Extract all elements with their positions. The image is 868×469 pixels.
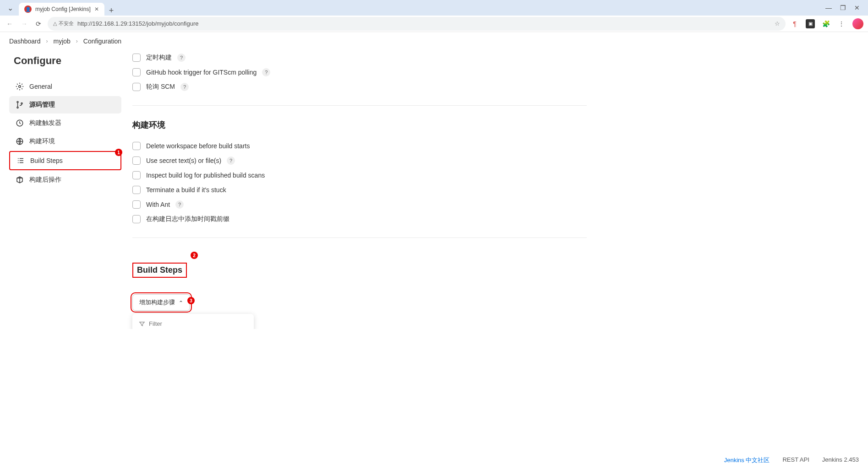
chevron-up-icon [179,299,183,306]
branch-icon [16,101,24,109]
checkbox-label: 轮询 SCM [146,83,175,91]
add-build-step-button[interactable]: 增加构建步骤 [132,294,190,311]
trigger-row: 定时构建 ? [132,50,587,65]
address-bar[interactable]: △ 不安全 http://192.168.1.29:13152/job/myjo… [48,17,786,31]
help-icon[interactable]: ? [175,200,184,209]
browser-toolbar: ← → ⟳ △ 不安全 http://192.168.1.29:13152/jo… [0,16,868,32]
svg-point-3 [21,103,22,104]
sidebar-item-triggers[interactable]: 构建触发器 [9,114,121,132]
annotation-badge-2: 2 [191,252,198,259]
sidebar-item-label: 构建触发器 [29,119,61,127]
breadcrumb-job[interactable]: myjob [54,38,71,45]
checkbox[interactable] [132,83,141,91]
sidebar-item-build-env[interactable]: 构建环境 [9,133,121,150]
button-label: 增加构建步骤 [139,298,175,307]
sidebar-item-label: 构建环境 [29,137,55,146]
checkbox[interactable] [132,142,141,150]
env-row: Use secret text(s) or file(s) ? [132,153,587,168]
env-row: Inspect build log for published build sc… [132,168,587,183]
extension-icon-1[interactable]: ¶ [790,19,799,28]
breadcrumb-config[interactable]: Configuration [83,38,121,45]
package-icon [16,176,24,184]
checkbox[interactable] [132,54,141,62]
checkbox-label: Terminate a build if it's stuck [146,186,226,194]
checkbox-label: With Ant [146,201,170,208]
sidebar: Configure General 源码管理 构建触发器 构建环境 [5,50,126,329]
checkbox[interactable] [132,156,141,165]
checkbox-label: GitHub hook trigger for GITScm polling [146,69,257,76]
warning-icon: △ [53,21,57,27]
checkbox-label: Use secret text(s) or file(s) [146,157,221,164]
browser-tab[interactable]: 👤 myjob Config [Jenkins] ✕ [19,3,104,16]
sidebar-item-scm[interactable]: 源码管理 [9,96,121,113]
add-build-step-wrap: 增加构建步骤 3 Invoke Ant Invoke Gradle script… [132,294,190,311]
window-controls: — ❐ ✕ [821,0,864,16]
forward-button[interactable]: → [19,18,29,29]
divider [132,237,587,238]
tab-title: myjob Config [Jenkins] [35,6,91,12]
help-icon[interactable]: ? [180,83,189,91]
env-row: 在构建日志中添加时间戳前缀 [132,212,587,226]
build-step-dropdown-menu: Invoke Ant Invoke Gradle script Run with… [132,314,254,329]
svg-point-2 [17,107,18,108]
tab-search-dropdown[interactable]: ⌄ [4,0,17,16]
sidebar-item-post-build[interactable]: 构建后操作 [9,171,121,189]
env-row: Delete workspace before build starts [132,139,587,153]
sidebar-item-label: General [29,83,52,90]
sidebar-item-build-steps[interactable]: Build Steps 1 [9,151,121,170]
checkbox-label: Inspect build log for published build sc… [146,172,265,179]
back-button[interactable]: ← [5,18,15,29]
chevron-right-icon: › [76,38,78,44]
minimize-icon[interactable]: — [825,4,832,11]
trigger-row: GitHub hook trigger for GITScm polling ? [132,65,587,80]
breadcrumb: Dashboard › myjob › Configuration [0,32,868,50]
maximize-icon[interactable]: ❐ [840,4,846,11]
close-tab-icon[interactable]: ✕ [94,6,99,12]
sidebar-item-label: 构建后操作 [29,176,61,184]
sidebar-title: Configure [9,55,121,67]
reload-button[interactable]: ⟳ [34,18,43,29]
divider [132,105,587,106]
section-title-build-steps: Build Steps [132,263,187,278]
sidebar-item-label: Build Steps [30,157,63,164]
chevron-right-icon: › [46,38,48,44]
clock-icon [16,119,24,127]
checkbox[interactable] [132,200,141,209]
bookmark-star-icon[interactable]: ☆ [775,20,780,27]
checkbox[interactable] [132,68,141,76]
globe-icon [16,137,24,146]
filter-input[interactable] [149,320,247,327]
svg-point-0 [19,86,21,88]
profile-avatar[interactable] [852,18,863,29]
checkbox-label: 定时构建 [146,54,172,62]
annotation-badge-1: 1 [115,149,122,156]
checkbox-label: Delete workspace before build starts [146,142,250,150]
jenkins-favicon: 👤 [24,5,32,13]
help-icon[interactable]: ? [177,54,186,62]
trigger-row: 轮询 SCM ? [132,80,587,94]
browser-tab-bar: ⌄ 👤 myjob Config [Jenkins] ✕ + — ❐ ✕ [0,0,868,16]
breadcrumb-dashboard[interactable]: Dashboard [9,38,41,45]
env-row: Terminate a build if it's stuck [132,183,587,197]
section-title-build-env: 构建环境 [132,119,587,130]
sidebar-item-label: 源码管理 [29,101,55,109]
close-window-icon[interactable]: ✕ [854,4,860,11]
checkbox-label: 在构建日志中添加时间戳前缀 [146,215,229,223]
gear-icon [16,82,24,91]
checkbox[interactable] [132,171,141,179]
help-icon[interactable]: ? [262,68,270,76]
extensions-icon[interactable]: 🧩 [821,19,830,28]
main-content: 定时构建 ? GitHub hook trigger for GITScm po… [126,50,593,329]
checkbox[interactable] [132,215,141,223]
steps-icon [16,156,25,165]
help-icon[interactable]: ? [227,156,235,165]
menu-icon[interactable]: ⋮ [837,19,846,28]
env-row: With Ant ? [132,197,587,212]
url-text: http://192.168.1.29:13152/job/myjob/conf… [77,20,199,27]
annotation-badge-3: 3 [187,297,195,304]
sidebar-item-general[interactable]: General [9,78,121,95]
checkbox[interactable] [132,186,141,194]
extension-icon-2[interactable]: ▣ [806,19,815,28]
new-tab-button[interactable]: + [104,6,119,16]
security-badge[interactable]: △ 不安全 [53,20,74,27]
